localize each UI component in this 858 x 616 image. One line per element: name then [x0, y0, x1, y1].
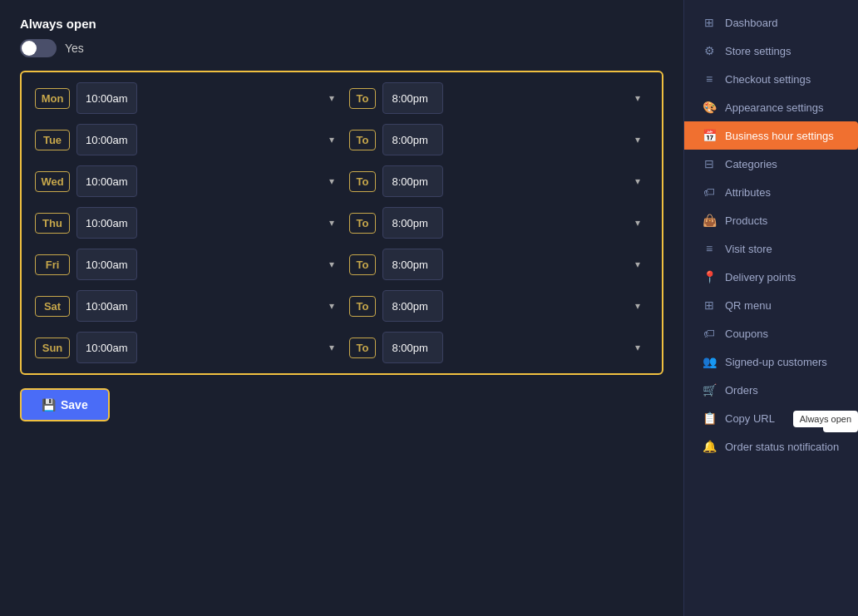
to-select-tue[interactable]: 12:00am1:00am2:00am3:00am4:00am5:00am6:0…: [382, 124, 443, 155]
to-label-tue: To: [349, 130, 377, 150]
sidebar-icon-products: 👜: [702, 214, 717, 227]
sidebar-item-order-status-notification[interactable]: 🔔Order status notification: [684, 432, 858, 461]
sidebar-item-categories[interactable]: ⊟Categories: [684, 150, 858, 178]
sidebar-icon-dashboard: ⊞: [702, 16, 717, 29]
day-label-sun: Sun: [35, 338, 70, 358]
day-label-tue: Tue: [35, 130, 70, 150]
day-row-sun: Sun12:00am1:00am2:00am3:00am4:00am5:00am…: [35, 332, 648, 363]
sidebar-icon-orders: 🛒: [702, 383, 717, 397]
day-label-mon: Mon: [35, 88, 70, 109]
to-select-thu[interactable]: 12:00am1:00am2:00am3:00am4:00am5:00am6:0…: [382, 207, 443, 239]
sidebar-item-coupons[interactable]: 🏷Coupons: [684, 319, 858, 347]
sidebar-label-copy-url: Copy URL: [725, 412, 775, 425]
sidebar-item-store-settings[interactable]: ⚙Store settings: [684, 37, 858, 65]
sidebar-label-signed-up-customers: Signed-up customers: [725, 356, 827, 368]
sidebar-item-copy-url[interactable]: 📋Copy URL: [684, 404, 790, 432]
toggle-knob: [22, 41, 37, 56]
sidebar-label-orders: Orders: [725, 384, 758, 397]
save-section: 💾 Save: [20, 388, 663, 421]
save-label: Save: [61, 398, 88, 411]
sidebar-item-appearance-settings[interactable]: 🎨Appearance settings: [684, 93, 858, 121]
sidebar-item-attributes[interactable]: 🏷Attributes: [684, 178, 858, 206]
sidebar-item-products[interactable]: 👜Products: [684, 206, 858, 234]
sidebar-label-business-hour-settings: Business hour settings: [725, 130, 834, 142]
to-select-fri[interactable]: 12:00am1:00am2:00am3:00am4:00am5:00am6:0…: [382, 249, 443, 280]
sidebar-item-orders[interactable]: 🛒Orders: [684, 376, 858, 404]
from-select-thu[interactable]: 12:00am1:00am2:00am3:00am4:00am5:00am6:0…: [76, 207, 137, 239]
sidebar-icon-attributes: 🏷: [702, 185, 717, 199]
toggle-yes-label: Yes: [65, 42, 84, 55]
sidebar-label-store-settings: Store settings: [725, 45, 791, 57]
sidebar-label-categories: Categories: [725, 158, 777, 170]
to-select-sun[interactable]: 12:00am1:00am2:00am3:00am4:00am5:00am6:0…: [382, 332, 443, 363]
sidebar-icon-coupons: 🏷: [702, 327, 717, 340]
sidebar-item-qr-menu[interactable]: ⊞QR menu: [684, 291, 858, 319]
sidebar-label-attributes: Attributes: [725, 186, 771, 199]
day-row-fri: Fri12:00am1:00am2:00am3:00am4:00am5:00am…: [35, 249, 648, 280]
sidebar-icon-visit-store: ≡: [702, 242, 717, 255]
from-select-sat[interactable]: 12:00am1:00am2:00am3:00am4:00am5:00am6:0…: [76, 290, 137, 322]
toggle-row: Yes: [20, 39, 663, 57]
sidebar-label-checkout-settings: Checkout settings: [725, 73, 811, 86]
sidebar-icon-business-hour-settings: 📅: [702, 129, 717, 142]
always-open-label: Always open: [20, 17, 663, 31]
sidebar: ⊞Dashboard⚙Store settings≡Checkout setti…: [683, 0, 858, 616]
day-label-fri: Fri: [35, 254, 70, 275]
sidebar-item-delivery-points[interactable]: 📍Delivery points: [684, 263, 858, 291]
to-select-wed[interactable]: 12:00am1:00am2:00am3:00am4:00am5:00am6:0…: [382, 165, 443, 197]
save-icon: 💾: [42, 398, 56, 411]
from-select-fri[interactable]: 12:00am1:00am2:00am3:00am4:00am5:00am6:0…: [76, 249, 137, 280]
day-row-tue: Tue12:00am1:00am2:00am3:00am4:00am5:00am…: [35, 124, 648, 155]
save-button[interactable]: 💾 Save: [20, 388, 110, 421]
day-row-mon: Mon12:00am1:00am2:00am3:00am4:00am5:00am…: [35, 82, 648, 114]
sidebar-label-qr-menu: QR menu: [725, 299, 772, 312]
sidebar-label-appearance-settings: Appearance settings: [725, 101, 824, 114]
to-label-sun: To: [349, 338, 377, 358]
day-label-thu: Thu: [35, 213, 70, 234]
sidebar-icon-qr-menu: ⊞: [702, 298, 717, 312]
from-select-wed[interactable]: 12:00am1:00am2:00am3:00am4:00am5:00am6:0…: [76, 165, 137, 197]
to-select-sat[interactable]: 12:00am1:00am2:00am3:00am4:00am5:00am6:0…: [382, 290, 443, 322]
sidebar-label-order-status-notification: Order status notification: [725, 441, 839, 453]
to-label-fri: To: [349, 254, 377, 275]
to-label-sat: To: [349, 296, 377, 317]
sidebar-label-visit-store: Visit store: [725, 243, 772, 255]
day-label-sat: Sat: [35, 296, 70, 317]
from-select-tue[interactable]: 12:00am1:00am2:00am3:00am4:00am5:00am6:0…: [76, 124, 137, 155]
sidebar-icon-appearance-settings: 🎨: [702, 101, 717, 114]
sidebar-icon-delivery-points: 📍: [702, 270, 717, 283]
schedule-container: Mon12:00am1:00am2:00am3:00am4:00am5:00am…: [20, 71, 663, 375]
to-label-wed: To: [349, 171, 377, 192]
to-select-mon[interactable]: 12:00am1:00am2:00am3:00am4:00am5:00am6:0…: [382, 82, 443, 114]
sidebar-label-delivery-points: Delivery points: [725, 271, 796, 283]
main-content: Always open Yes Mon12:00am1:00am2:00am3:…: [0, 0, 683, 616]
sidebar-icon-categories: ⊟: [702, 157, 717, 170]
sidebar-icon-store-settings: ⚙: [702, 44, 717, 57]
sidebar-item-dashboard[interactable]: ⊞Dashboard: [684, 8, 858, 37]
sidebar-icon-signed-up-customers: 👥: [702, 355, 717, 368]
day-row-sat: Sat12:00am1:00am2:00am3:00am4:00am5:00am…: [35, 290, 648, 322]
to-label-mon: To: [349, 88, 377, 109]
from-select-sun[interactable]: 12:00am1:00am2:00am3:00am4:00am5:00am6:0…: [76, 332, 137, 363]
sidebar-label-products: Products: [725, 214, 767, 227]
always-open-popup: Always open: [793, 411, 858, 427]
sidebar-icon-copy-url: 📋: [702, 411, 717, 425]
sidebar-icon-checkout-settings: ≡: [702, 72, 717, 86]
sidebar-item-checkout-settings[interactable]: ≡Checkout settings: [684, 65, 858, 93]
sidebar-icon-order-status-notification: 🔔: [702, 440, 717, 453]
sidebar-item-business-hour-settings[interactable]: 📅Business hour settings: [684, 121, 858, 150]
always-open-toggle[interactable]: [20, 39, 57, 57]
sidebar-item-signed-up-customers[interactable]: 👥Signed-up customers: [684, 347, 858, 376]
day-label-wed: Wed: [35, 171, 70, 192]
day-row-wed: Wed12:00am1:00am2:00am3:00am4:00am5:00am…: [35, 165, 648, 197]
sidebar-item-visit-store[interactable]: ≡Visit store: [684, 234, 858, 263]
sidebar-label-coupons: Coupons: [725, 328, 768, 340]
to-label-thu: To: [349, 213, 377, 234]
from-select-mon[interactable]: 12:00am1:00am2:00am3:00am4:00am5:00am6:0…: [76, 82, 137, 114]
day-row-thu: Thu12:00am1:00am2:00am3:00am4:00am5:00am…: [35, 207, 648, 239]
always-open-section: Always open Yes: [20, 17, 663, 57]
sidebar-label-dashboard: Dashboard: [725, 17, 778, 29]
